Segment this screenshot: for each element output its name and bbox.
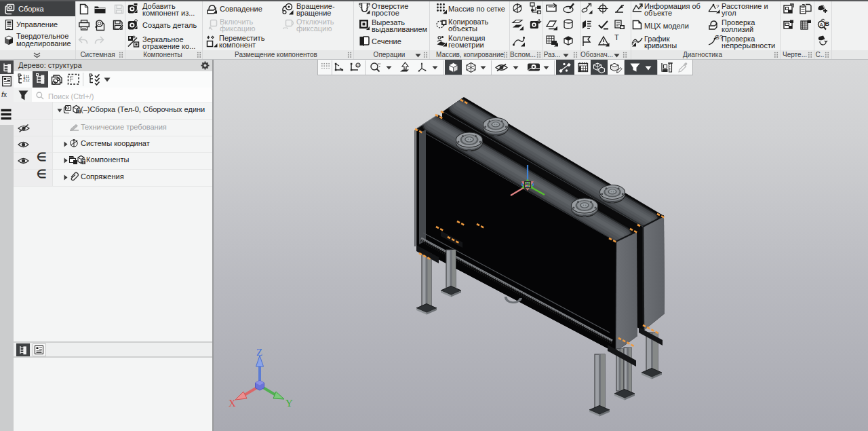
svg-text:Z: Z xyxy=(256,347,262,358)
svg-text:Y: Y xyxy=(285,398,293,409)
svg-text:X: X xyxy=(229,398,236,409)
